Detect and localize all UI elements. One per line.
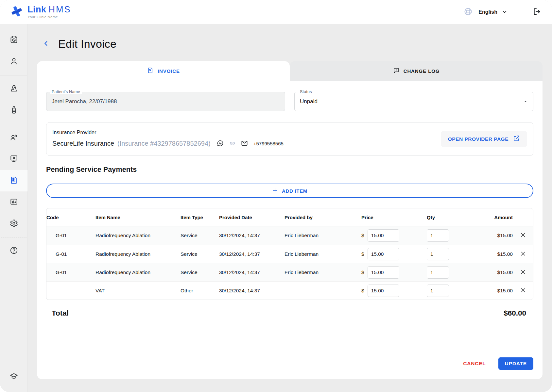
qty-input[interactable] [427, 229, 449, 242]
sidebar-item-workstation[interactable] [0, 148, 27, 170]
patient-name-label: Patient's Name [50, 90, 82, 94]
sidebar-item-help[interactable] [0, 240, 27, 262]
brand-name-primary: Link [27, 5, 46, 14]
cell-provided-date: 30/12/2024, 14:37 [219, 288, 285, 294]
settings-gear-icon [9, 219, 18, 229]
patients-icon [9, 57, 18, 67]
pharmacy-icon [9, 106, 18, 115]
sidebar-item-education[interactable] [0, 366, 27, 387]
qty-input[interactable] [427, 248, 449, 260]
cell-provided-by: Eric Lieberman [285, 270, 361, 275]
logo-mark-icon [10, 5, 24, 20]
total-label: Total [52, 309, 69, 318]
close-icon [520, 269, 526, 276]
tab-invoice-label: INVOICE [158, 68, 180, 74]
currency-symbol: $ [361, 251, 364, 257]
cell-item-name: Radiofrequency Ablation [95, 233, 181, 238]
logout-button[interactable] [533, 8, 541, 17]
table-header-row: Code Item Name Item Type Provided Date P… [46, 208, 533, 226]
tab-invoice[interactable]: INVOICE [37, 61, 290, 81]
email-button[interactable] [240, 139, 249, 149]
cell-qty [427, 285, 473, 297]
workstation-icon [9, 154, 18, 164]
remove-item-button[interactable] [518, 286, 528, 296]
app-window: Link HMS Your Clinic Name English [0, 0, 552, 392]
column-header-provided-by: Provided by [285, 215, 361, 220]
sidebar [0, 24, 27, 392]
currency-symbol: $ [361, 288, 364, 294]
logout-icon [533, 8, 541, 17]
brand-name-secondary: HMS [49, 5, 71, 14]
open-provider-page-label: OPEN PROVIDER PAGE [448, 136, 509, 142]
invoice-card: INVOICE CHANGE LOG [37, 61, 543, 379]
language-selector[interactable]: English [478, 9, 507, 15]
status-label: Status [298, 90, 314, 94]
tab-change-log-label: CHANGE LOG [404, 68, 440, 74]
cell-price: $ [361, 285, 427, 297]
cell-price: $ [361, 248, 427, 260]
sidebar-item-billing[interactable] [0, 170, 27, 191]
cell-provided-by: Eric Lieberman [285, 251, 361, 257]
remove-item-button[interactable] [518, 267, 528, 278]
close-icon [520, 251, 526, 257]
cell-price: $ [361, 229, 427, 242]
copy-link-button[interactable] [228, 139, 237, 149]
status-select[interactable]: Status Unpaid [294, 92, 533, 111]
column-header-amount: Amount [473, 215, 513, 220]
qty-input[interactable] [427, 285, 449, 297]
link-icon [229, 139, 236, 148]
tab-change-log[interactable]: CHANGE LOG [290, 61, 543, 81]
sidebar-item-laboratory[interactable] [0, 78, 27, 100]
total-row: Total $60.00 [46, 309, 533, 318]
logo: Link HMS Your Clinic Name [10, 5, 71, 20]
sidebar-item-settings[interactable] [0, 213, 27, 235]
back-button[interactable] [41, 39, 51, 49]
sidebar-item-appointments[interactable] [0, 29, 27, 51]
invoice-items-table: Code Item Name Item Type Provided Date P… [46, 208, 533, 300]
sidebar-item-reports[interactable] [0, 191, 27, 213]
receipt-icon [147, 67, 154, 75]
cell-amount: $15.00 [473, 233, 513, 238]
cell-price: $ [361, 266, 427, 279]
total-value: $60.00 [504, 309, 526, 318]
cell-qty [427, 229, 473, 242]
cell-item-name: Radiofrequency Ablation [95, 270, 181, 275]
cell-item-type: Service [181, 251, 219, 257]
sidebar-item-patients[interactable] [0, 51, 27, 73]
dropdown-caret-icon [523, 99, 528, 104]
sidebar-item-pharmacy[interactable] [0, 100, 27, 121]
appointments-calendar-icon [9, 35, 18, 45]
remove-item-button[interactable] [518, 230, 528, 241]
remove-item-button[interactable] [518, 249, 528, 259]
globe-icon [464, 7, 473, 17]
whatsapp-button[interactable] [216, 139, 225, 149]
add-item-button[interactable]: ADD ITEM [46, 184, 533, 198]
insurance-number: (Insurance #432978657852694) [117, 140, 211, 147]
insurance-provider-name: SecureLife Insurance [52, 140, 114, 147]
staff-icon [9, 133, 18, 143]
update-button[interactable]: UPDATE [498, 357, 533, 370]
price-input[interactable] [368, 266, 399, 279]
cell-item-type: Service [181, 270, 219, 275]
column-header-price: Price [361, 215, 427, 220]
patient-name-field: Patient's Name [46, 92, 285, 111]
plus-icon [272, 188, 278, 194]
reports-icon [9, 197, 18, 207]
price-input[interactable] [368, 248, 399, 260]
open-provider-page-button[interactable]: OPEN PROVIDER PAGE [441, 131, 527, 147]
app-header: Link HMS Your Clinic Name English [0, 0, 552, 24]
page-title: Edit Invoice [58, 38, 116, 50]
cell-code: G-01 [46, 270, 95, 275]
cancel-button[interactable]: CANCEL [462, 358, 487, 369]
price-input[interactable] [368, 229, 399, 242]
main-content: Edit Invoice INVOICE [27, 24, 552, 392]
mail-icon [241, 139, 248, 148]
cell-amount: $15.00 [473, 251, 513, 257]
cell-qty [427, 266, 473, 279]
qty-input[interactable] [427, 266, 449, 279]
sidebar-item-staff[interactable] [0, 127, 27, 148]
external-link-icon [513, 135, 520, 143]
currency-symbol: $ [361, 270, 364, 275]
status-value: Unpaid [295, 98, 523, 105]
price-input[interactable] [368, 285, 399, 297]
